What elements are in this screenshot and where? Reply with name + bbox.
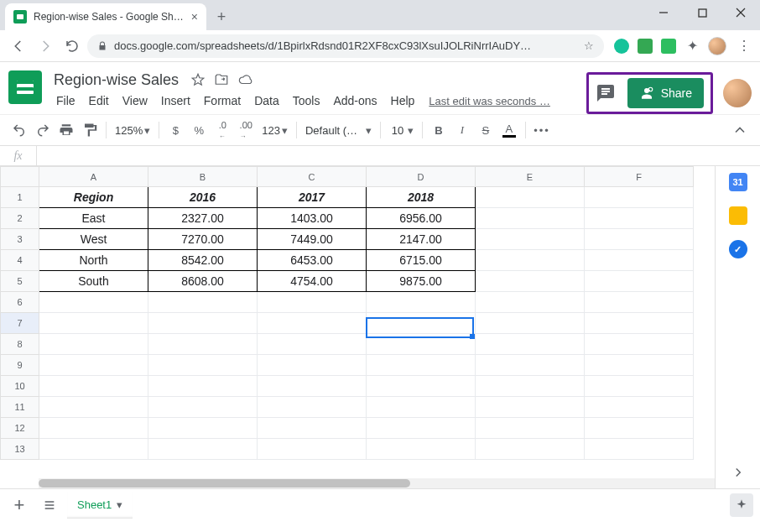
cell[interactable] (258, 418, 367, 439)
explore-button[interactable] (730, 493, 753, 517)
row-header[interactable]: 9 (1, 355, 39, 376)
window-minimize-button[interactable] (644, 0, 683, 25)
share-button[interactable]: Share (627, 78, 704, 108)
cell[interactable] (367, 418, 476, 439)
cell[interactable] (367, 313, 476, 334)
cell[interactable] (585, 439, 694, 460)
cell[interactable]: 1403.00 (258, 208, 367, 229)
all-sheets-button[interactable] (37, 493, 62, 518)
col-header-B[interactable]: B (148, 167, 258, 187)
nav-forward-button[interactable] (34, 34, 57, 58)
nav-reload-button[interactable] (60, 34, 84, 58)
spreadsheet-grid[interactable]: A B C D E F 1 Region 2016 2017 2018 2 Ea… (0, 166, 715, 488)
scroll-thumb[interactable] (39, 479, 410, 488)
col-header-A[interactable]: A (39, 167, 148, 187)
cell[interactable] (476, 418, 585, 439)
cell[interactable] (476, 208, 585, 229)
chrome-menu-button[interactable]: ⋮ (735, 34, 753, 58)
last-edit-link[interactable]: Last edit was seconds … (429, 95, 550, 107)
cell[interactable]: 6956.00 (367, 208, 476, 229)
cell[interactable]: 2016 (148, 187, 258, 208)
menu-format[interactable]: Format (198, 92, 247, 109)
cell[interactable] (39, 313, 148, 334)
cell[interactable] (585, 418, 694, 439)
row-header[interactable]: 10 (1, 376, 39, 397)
cell[interactable] (585, 271, 694, 292)
bold-button[interactable]: B (428, 119, 450, 141)
sheet-tab-sheet1[interactable]: Sheet1 ▾ (67, 492, 133, 519)
menu-insert[interactable]: Insert (155, 92, 196, 109)
cell[interactable] (258, 313, 367, 334)
cell[interactable] (367, 397, 476, 418)
cell[interactable] (585, 313, 694, 334)
row-header[interactable]: 13 (1, 439, 39, 460)
browser-tab-active[interactable]: Region-wise Sales - Google Sheets × (5, 3, 206, 30)
cell[interactable] (258, 334, 367, 355)
menu-addons[interactable]: Add-ons (327, 92, 383, 109)
tasks-addon-icon[interactable]: ✓ (729, 240, 747, 258)
extensions-menu-icon[interactable]: ✦ (685, 39, 700, 54)
profile-avatar-icon[interactable] (708, 37, 726, 55)
cell[interactable]: East (39, 208, 148, 229)
cell[interactable] (367, 292, 476, 313)
decrease-decimal-button[interactable]: .0← (211, 119, 233, 141)
row-header[interactable]: 6 (1, 292, 39, 313)
window-maximize-button[interactable] (683, 0, 721, 25)
text-color-button[interactable]: A (498, 119, 520, 141)
cell[interactable]: North (39, 250, 148, 271)
strikethrough-button[interactable]: S (475, 119, 497, 141)
col-header-F[interactable]: F (585, 167, 694, 187)
cell[interactable] (585, 376, 694, 397)
cell[interactable] (39, 334, 148, 355)
collapse-toolbar-button[interactable] (728, 118, 752, 142)
row-header[interactable]: 3 (1, 229, 39, 250)
window-close-button[interactable] (721, 0, 760, 25)
cell[interactable]: 7270.00 (148, 229, 258, 250)
account-avatar[interactable] (723, 79, 752, 107)
cell[interactable]: 8608.00 (148, 271, 258, 292)
cell[interactable] (148, 397, 258, 418)
cell[interactable] (258, 292, 367, 313)
cell[interactable] (39, 397, 148, 418)
menu-help[interactable]: Help (385, 92, 421, 109)
cell[interactable] (476, 271, 585, 292)
bookmark-star-icon[interactable]: ☆ (584, 39, 594, 52)
extension-evernote-icon[interactable] (661, 39, 676, 54)
cloud-status-icon[interactable] (237, 72, 254, 87)
cell[interactable] (585, 229, 694, 250)
row-header[interactable]: 7 (1, 313, 39, 334)
cell[interactable] (258, 397, 367, 418)
chevron-down-icon[interactable]: ▾ (117, 498, 122, 511)
calendar-addon-icon[interactable]: 31 (729, 173, 747, 191)
cell[interactable] (148, 292, 258, 313)
more-toolbar-button[interactable]: ••• (531, 119, 553, 141)
cell[interactable] (258, 355, 367, 376)
horizontal-scrollbar[interactable] (39, 478, 715, 488)
cell[interactable] (476, 376, 585, 397)
menu-edit[interactable]: Edit (83, 92, 115, 109)
cell[interactable] (39, 376, 148, 397)
side-panel-toggle[interactable] (731, 465, 746, 480)
row-header[interactable]: 5 (1, 271, 39, 292)
menu-view[interactable]: View (117, 92, 154, 109)
font-dropdown[interactable]: Default (Ari...▾ (302, 124, 375, 137)
format-percent-button[interactable]: % (188, 119, 210, 141)
undo-button[interactable] (8, 119, 30, 141)
format-currency-button[interactable]: $ (164, 119, 186, 141)
doc-title[interactable]: Region-wise Sales (50, 70, 182, 91)
cell[interactable] (367, 439, 476, 460)
cell[interactable] (476, 355, 585, 376)
cell[interactable] (367, 355, 476, 376)
menu-file[interactable]: File (50, 92, 81, 109)
font-size-dropdown[interactable]: 10▾ (386, 124, 417, 137)
row-header[interactable]: 12 (1, 418, 39, 439)
cell[interactable] (585, 250, 694, 271)
cell[interactable]: 2147.00 (367, 229, 476, 250)
menu-tools[interactable]: Tools (287, 92, 326, 109)
nav-back-button[interactable] (7, 34, 30, 58)
add-sheet-button[interactable]: + (7, 493, 32, 518)
cell[interactable]: 9875.00 (367, 271, 476, 292)
cell[interactable] (476, 250, 585, 271)
keep-addon-icon[interactable]: . (729, 206, 747, 225)
cell[interactable]: West (39, 229, 148, 250)
